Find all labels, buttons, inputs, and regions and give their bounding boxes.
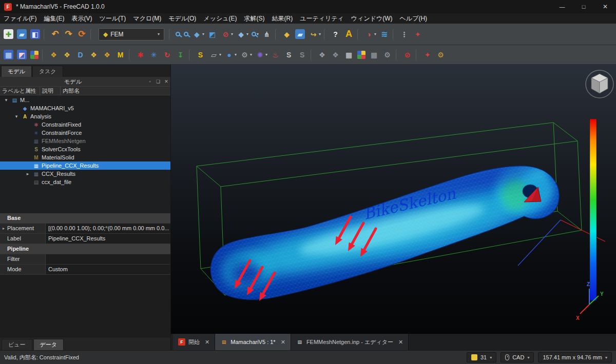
property-value[interactable]: [(0.00 0.00 1.00); 0.00;°(0.00 mm 0.00 m… — [45, 224, 170, 233]
property-group-pipeline[interactable]: Pipeline — [0, 244, 170, 254]
tree-item-material[interactable]: M MaterialSolid — [0, 153, 170, 161]
undo-button[interactable]: ↶ — [49, 27, 62, 42]
3d-viewport[interactable]: BikeSkelton — [171, 65, 616, 350]
overflow-handle-button[interactable]: ⋮ — [398, 27, 411, 42]
constraint-plane-rotation-button[interactable]: ▱ ▾ — [207, 48, 223, 62]
element-geometry-button[interactable]: ❖ — [87, 48, 101, 62]
property-value[interactable]: Custom — [45, 265, 170, 274]
property-value[interactable]: Pipeline_CCX_Results — [45, 234, 170, 244]
tree-item-constraint-force[interactable]: ✳ ConstraintForce — [0, 129, 170, 137]
column-description[interactable]: 説明 — [40, 87, 61, 95]
tree-item-constraint-fixed[interactable]: ✱ ConstraintFixed — [0, 120, 170, 129]
axonometric-view-button[interactable]: ◆ ▾ — [235, 27, 250, 42]
result-settings-button[interactable]: ⚙ — [381, 48, 394, 62]
menu-item[interactable]: ヘルプ(H) — [396, 13, 431, 24]
menu-item[interactable]: ツール(T) — [95, 13, 129, 24]
tree-item-document[interactable]: ▾ ▤ M... — [0, 96, 170, 104]
column-label-attr[interactable]: ラベルと属性 — [0, 87, 40, 95]
close-tab-icon[interactable]: ✕ — [398, 339, 403, 346]
box-zoom-button[interactable] — [182, 27, 190, 42]
close-tab-icon[interactable]: ✕ — [281, 339, 285, 346]
extra-tool-button[interactable]: ✦ — [421, 48, 434, 62]
mesh-boundary-layer-button[interactable]: ❖ — [61, 48, 74, 62]
group-button[interactable]: ▰ — [294, 27, 307, 42]
fit-all-button[interactable] — [174, 27, 182, 42]
text-annotation-button[interactable]: A — [342, 27, 356, 42]
tree-item-part[interactable]: ◆ MAMACHARI_v5 — [0, 104, 170, 112]
material-solid-button[interactable]: M — [114, 48, 127, 62]
fem-mesh-groups-button[interactable] — [29, 48, 41, 62]
tree-item-dat-file[interactable]: ▤ ccx_dat_file — [0, 178, 170, 186]
tree-expander-icon[interactable]: ▾ — [2, 97, 10, 103]
tab-data[interactable]: データ — [33, 339, 64, 350]
solver-stop-button[interactable]: S — [296, 48, 309, 62]
property-placement[interactable]: ▸ Placement [(0.00 0.00 1.00); 0.00;°(0.… — [0, 224, 170, 234]
analysis-container-button[interactable]: ❖ — [47, 48, 61, 62]
result-table-button[interactable]: ▦ — [342, 48, 356, 62]
property-label[interactable]: Label Pipeline_CCX_Results — [0, 234, 170, 244]
menu-item[interactable]: 表示(V) — [68, 13, 95, 24]
save-document-button[interactable]: ◧ — [29, 27, 42, 42]
doc-tab-start[interactable]: F 開始 ✕ — [173, 334, 215, 350]
link-button[interactable]: ↪ ▾ — [307, 27, 322, 42]
menu-item[interactable]: モデル(O) — [165, 13, 200, 24]
constraint-contact-button[interactable]: ● ▾ — [223, 48, 238, 62]
3d-scene[interactable]: BikeSkelton — [171, 65, 616, 333]
tree-item-fem-mesh[interactable]: ▦ FEMMeshNetgen — [0, 137, 170, 145]
menu-item[interactable]: ファイル(F) — [0, 13, 40, 24]
tab-tasks[interactable]: タスク — [32, 66, 63, 77]
tree-expander-icon[interactable]: ▾ — [12, 114, 21, 119]
minimize-button[interactable]: — — [551, 0, 573, 13]
close-tab-icon[interactable]: ✕ — [205, 339, 209, 346]
doc-tab-editor[interactable]: ▤ FEMMeshNetgen.inp - エディター ✕ — [291, 334, 409, 350]
workbench-selector[interactable]: ◆ FEM ▾ — [99, 28, 164, 41]
extra-gear-button[interactable]: ⚙ — [434, 48, 448, 62]
property-group-base[interactable]: Base — [0, 213, 170, 224]
purge-results-button[interactable]: ⊘ — [401, 48, 414, 62]
appearance-button[interactable]: ◑ ▾ — [362, 27, 378, 42]
constraint-fixed-button[interactable]: ✱ — [134, 48, 147, 62]
menu-item[interactable]: ユーティリティ — [296, 13, 348, 24]
whats-this-button[interactable]: ? — [329, 27, 342, 42]
menu-item[interactable]: 編集(E) — [40, 13, 68, 24]
fem-mesh-button[interactable]: ▦ — [2, 48, 15, 62]
panel-restore-icon[interactable]: ❏ — [154, 79, 162, 84]
constraint-displacement-button[interactable]: ↧ — [174, 48, 187, 62]
clip-plane-button[interactable]: ⊘ ▾ — [219, 27, 235, 42]
element-fluid-button[interactable]: ❖ — [101, 48, 114, 62]
solver-button[interactable]: S — [194, 48, 207, 62]
constraint-temperature-button[interactable]: ♨ — [269, 48, 282, 62]
tree-item-ccx-results[interactable]: ▸ ▦ CCX_Results — [0, 170, 170, 178]
maximize-button[interactable]: □ — [573, 0, 594, 13]
redo-button[interactable]: ↷ — [62, 27, 75, 42]
part-box-button[interactable]: ◆ — [280, 27, 294, 42]
tree-expander-icon[interactable]: ▸ — [24, 171, 32, 176]
tree-item-solver[interactable]: S SolverCcxTools — [0, 145, 170, 153]
view-dimensions-selector[interactable]: 157.41 mm x 94.76 mm ▾ — [538, 352, 612, 362]
addon-tool-button[interactable]: ✦ — [411, 27, 425, 42]
sync-view-button[interactable]: ◩ — [206, 27, 219, 42]
panel-close-icon[interactable]: ✕ — [162, 79, 170, 84]
constraint-force-button[interactable]: ✳ — [147, 48, 161, 62]
tab-model[interactable]: モデル — [1, 66, 32, 77]
navigation-style-selector[interactable]: CAD ▾ — [500, 352, 534, 362]
menu-item[interactable]: 求解(S) — [240, 13, 268, 24]
zoom-tools-button[interactable]: ▾ — [250, 27, 260, 42]
refresh-button[interactable]: ⟳ — [75, 27, 89, 42]
result-show-button[interactable]: ❖ — [329, 48, 342, 62]
result-mesh-button[interactable]: ❖ — [316, 48, 329, 62]
property-expander-icon[interactable]: ▸ — [0, 224, 7, 233]
column-internal-name[interactable]: 内部名 — [61, 87, 170, 95]
solver-ccx-button[interactable]: S — [282, 48, 296, 62]
close-button[interactable]: ✕ — [594, 0, 616, 13]
panel-float-icon[interactable]: ▫ — [146, 79, 154, 84]
tree-item-pipeline[interactable]: ▦ Pipeline_CCX_Results — [0, 161, 170, 170]
result-filter-button[interactable]: ▦ — [368, 48, 381, 62]
model-body-button[interactable]: D — [74, 48, 87, 62]
doc-tab-model[interactable]: ▤ MamachariV5 : 1* ✕ — [215, 334, 291, 350]
property-filter[interactable]: Filter — [0, 254, 170, 265]
new-document-button[interactable]: ✚ — [2, 27, 15, 42]
property-mode[interactable]: Mode Custom — [0, 265, 170, 275]
menu-item[interactable]: ウィンドウ(W) — [348, 13, 396, 24]
constraint-spring-button[interactable]: ✺ ▾ — [254, 48, 269, 62]
